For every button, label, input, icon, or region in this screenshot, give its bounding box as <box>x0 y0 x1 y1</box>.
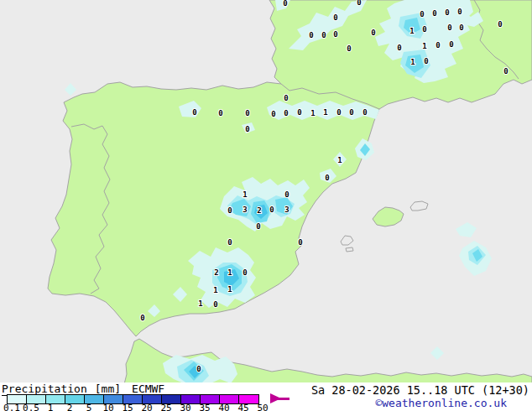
precip-value: 0 <box>397 44 401 52</box>
precip-value: 1 <box>213 286 217 294</box>
weather-map-page: 0000000010000000001001000000000110000101… <box>0 0 532 411</box>
colorbar-tick-label: 30 <box>180 403 190 411</box>
precip-value: 1 <box>337 156 342 164</box>
precip-value: 0 <box>436 41 440 49</box>
precip-value: 0 <box>309 31 313 39</box>
precip-value: 1 <box>410 58 415 66</box>
precip-value: 0 <box>333 30 337 39</box>
precip-value: 0 <box>325 174 329 182</box>
colorbar-tick-label: 35 <box>199 403 210 411</box>
datetime-label: Sa 28-02-2026 15..18 UTC (12+30) <box>311 383 529 397</box>
precip-value: 0 <box>269 206 274 214</box>
precip-value: 0 <box>283 0 287 8</box>
colorbar-tick-label: 20 <box>141 403 152 411</box>
precip-value: 0 <box>445 8 449 17</box>
precip-value: 1 <box>422 42 426 50</box>
precip-value: 1 <box>243 190 247 199</box>
precip-value: 0 <box>284 190 289 199</box>
colorbar-tick-label: 40 <box>218 403 229 411</box>
precip-value: 0 <box>357 0 361 7</box>
precip-value: 0 <box>349 108 353 117</box>
precip-value: 0 <box>321 31 326 39</box>
legend-title: Precipitation[mm]ECMWF <box>2 382 164 395</box>
precip-value: 0 <box>213 300 217 309</box>
precip-value: 0 <box>245 125 249 133</box>
colorbar-tick-label: 15 <box>122 403 133 411</box>
colorbar-tick-label: 25 <box>160 403 171 411</box>
precip-value: 0 <box>245 109 249 117</box>
precip-value: 0 <box>297 108 301 117</box>
precip-value: 0 <box>196 365 201 373</box>
precip-value: 0 <box>503 67 508 75</box>
precip-value: 0 <box>298 238 302 247</box>
colorbar-tick-label: 1 <box>48 403 54 411</box>
precip-value: 0 <box>422 25 426 34</box>
precip-value: 0 <box>227 206 232 215</box>
precip-value: 0 <box>459 23 463 32</box>
precip-value: 0 <box>336 108 341 117</box>
precip-value: 0 <box>457 8 462 16</box>
precip-value: 2 <box>214 268 218 277</box>
precip-value: 3 <box>243 206 247 214</box>
precip-value: 3 <box>284 206 289 214</box>
precip-value: 0 <box>218 109 222 117</box>
colorbar-tick-label: 50 <box>257 403 268 411</box>
colorbar-tick-label: 5 <box>86 403 92 411</box>
precip-value: 0 <box>347 44 351 53</box>
legend-bar: Precipitation[mm]ECMWF 0.10.512510152025… <box>0 382 532 411</box>
legend-model-label: ECMWF <box>132 382 164 395</box>
precip-value: 1 <box>198 299 202 308</box>
precip-value: 0 <box>256 222 260 231</box>
precip-value: 0 <box>420 10 424 18</box>
precip-value: 0 <box>243 268 247 277</box>
precip-value: 0 <box>447 23 451 32</box>
precip-value: 0 <box>371 29 375 37</box>
precip-value: 2 <box>257 206 261 215</box>
precip-value: 1 <box>227 285 232 294</box>
colorbar-tick-label: 2 <box>67 403 73 411</box>
colorbar-tick-label: 0.1 <box>3 403 20 411</box>
precip-value: 0 <box>362 108 367 117</box>
copyright-label: ©weatheronline.co.uk <box>375 397 507 409</box>
precip-value: 0 <box>498 20 502 29</box>
colorbar-tick-label: 45 <box>237 403 248 411</box>
precip-value: 0 <box>284 109 288 117</box>
precip-value: 0 <box>227 238 232 247</box>
precip-value: 1 <box>227 268 232 277</box>
precip-value: 1 <box>323 108 327 117</box>
precip-value: 0 <box>424 57 428 65</box>
precip-value: 0 <box>284 94 288 102</box>
precip-value: 0 <box>432 9 436 18</box>
legend-unit: [mm] <box>95 382 121 395</box>
precip-value: 1 <box>310 109 315 117</box>
precip-value: 0 <box>333 13 337 22</box>
colorbar-arrow-tail <box>277 398 289 400</box>
precip-value: 0 <box>192 108 196 117</box>
colorbar-tick-label: 0.5 <box>23 403 39 411</box>
precip-value: 1 <box>409 27 414 35</box>
precip-value: 0 <box>271 110 275 118</box>
precip-value: 0 <box>140 314 144 322</box>
map-canvas: 0000000010000000001001000000000110000101… <box>0 0 532 384</box>
colorbar-tick-label: 10 <box>102 403 113 411</box>
island-formentera <box>346 247 353 252</box>
precip-value: 0 <box>449 40 453 49</box>
